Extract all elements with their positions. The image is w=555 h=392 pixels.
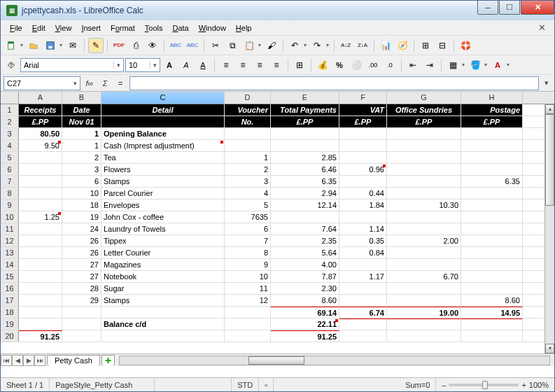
cell[interactable]: 7.64: [271, 223, 339, 234]
cell[interactable]: 28: [62, 283, 101, 294]
cell[interactable]: [339, 152, 387, 163]
cell[interactable]: [225, 318, 271, 330]
cell[interactable]: 2: [62, 152, 101, 163]
row-header[interactable]: 16: [1, 283, 19, 294]
doc-close-icon[interactable]: ✕: [534, 21, 550, 34]
dec-indent-icon[interactable]: ⇤: [405, 57, 421, 73]
format-paint-icon[interactable]: 🖌: [264, 38, 279, 53]
cell[interactable]: [271, 211, 339, 223]
chart-icon[interactable]: 📊: [378, 38, 393, 53]
cell[interactable]: Magazines: [101, 259, 225, 270]
cell[interactable]: Postage: [461, 104, 523, 115]
sort-desc-icon[interactable]: Z↓A: [355, 38, 370, 53]
cell[interactable]: [19, 176, 62, 187]
standard-fmt-icon[interactable]: ⚪: [349, 57, 364, 73]
menu-window[interactable]: Window: [194, 22, 231, 34]
data-sources-icon[interactable]: ⊟: [435, 38, 450, 53]
cell[interactable]: [339, 318, 387, 330]
status-pagestyle[interactable]: PageStyle_Petty Cash: [50, 378, 155, 391]
cell[interactable]: Notebook: [101, 271, 225, 282]
spreadsheet-grid[interactable]: A B C D E F G H 1ReceiptsDateDetailVouch…: [1, 92, 554, 377]
row-header[interactable]: 6: [1, 164, 19, 175]
row-header[interactable]: 14: [1, 259, 19, 270]
cell[interactable]: 26: [62, 247, 101, 258]
bgcolor-icon[interactable]: 🪣: [468, 57, 483, 73]
autospell-icon[interactable]: ABC: [185, 38, 200, 53]
cell[interactable]: 3: [225, 176, 271, 187]
function-wizard-icon[interactable]: f∞: [83, 79, 96, 88]
col-header-D[interactable]: D: [225, 92, 271, 104]
open-icon[interactable]: [26, 38, 41, 53]
cell[interactable]: Cash (Imprest adjustment): [101, 140, 225, 151]
cell[interactable]: 1: [225, 152, 271, 163]
redo-icon[interactable]: ↷: [309, 38, 325, 53]
cell[interactable]: [19, 247, 62, 258]
col-header-C[interactable]: C: [101, 92, 225, 104]
cell[interactable]: Tea: [101, 152, 225, 163]
sum-icon[interactable]: Σ: [99, 79, 111, 88]
cell[interactable]: Envelopes: [101, 200, 225, 211]
cell[interactable]: Flowers: [101, 164, 225, 175]
cell[interactable]: [387, 164, 461, 175]
cell[interactable]: 0.84: [339, 247, 387, 258]
cell[interactable]: 9.50: [19, 140, 62, 151]
menu-file[interactable]: File: [5, 22, 27, 34]
cell[interactable]: 2.00: [387, 235, 461, 246]
minimize-button[interactable]: ─: [477, 1, 498, 15]
cell[interactable]: [461, 200, 523, 211]
cell[interactable]: Nov 01: [62, 116, 101, 127]
row-header[interactable]: 11: [1, 223, 19, 234]
cell[interactable]: £.PP: [271, 116, 339, 127]
borders-icon[interactable]: ▦: [445, 57, 461, 73]
add-decimal-icon[interactable]: .00: [365, 57, 381, 73]
cell[interactable]: 1.25: [19, 211, 62, 223]
cell-reference-combo[interactable]: C27▾: [3, 76, 80, 90]
close-button[interactable]: ✕: [521, 1, 554, 15]
cell[interactable]: 1.17: [339, 271, 387, 282]
cell[interactable]: 6: [62, 176, 101, 187]
cell[interactable]: 22.11: [271, 318, 339, 330]
new-icon[interactable]: [3, 38, 19, 53]
cell[interactable]: 69.14: [271, 307, 339, 318]
cell[interactable]: [19, 307, 62, 318]
vertical-scrollbar[interactable]: ▴ ▾: [545, 104, 554, 354]
cell[interactable]: [225, 128, 271, 139]
col-header-F[interactable]: F: [339, 92, 387, 104]
paste-icon[interactable]: 📋: [241, 38, 257, 53]
align-right-icon[interactable]: ≡: [252, 57, 267, 73]
cell[interactable]: Detail: [101, 104, 225, 115]
row-header[interactable]: 2: [1, 116, 19, 127]
fontcolor-icon[interactable]: A: [490, 57, 505, 73]
cell[interactable]: 19.00: [387, 307, 461, 318]
percent-icon[interactable]: %: [332, 57, 347, 73]
cell[interactable]: 7.87: [271, 271, 339, 282]
cell[interactable]: [387, 259, 461, 270]
cell[interactable]: 27: [62, 259, 101, 270]
formula-input[interactable]: [129, 76, 539, 90]
add-sheet-icon[interactable]: ✚: [101, 355, 115, 366]
cell[interactable]: [225, 307, 271, 318]
undo-icon[interactable]: ↶: [287, 38, 302, 53]
cell[interactable]: 26: [62, 235, 101, 246]
cell[interactable]: 4.00: [271, 259, 339, 270]
formula-expand-icon[interactable]: ▾: [542, 78, 552, 88]
cell[interactable]: [225, 140, 271, 151]
cell[interactable]: 9: [225, 259, 271, 270]
col-header-A[interactable]: A: [19, 92, 62, 104]
cell[interactable]: [101, 116, 225, 127]
cell[interactable]: VAT: [339, 104, 387, 115]
cell[interactable]: [271, 140, 339, 151]
cell[interactable]: [19, 259, 62, 270]
row-header[interactable]: 19: [1, 318, 19, 330]
horizontal-scrollbar[interactable]: [119, 356, 550, 365]
equals-icon[interactable]: =: [114, 79, 127, 88]
row-header[interactable]: 10: [1, 211, 19, 223]
sort-asc-icon[interactable]: A↓Z: [338, 38, 353, 53]
cell[interactable]: [19, 223, 62, 234]
inc-indent-icon[interactable]: ⇥: [422, 57, 437, 73]
cell[interactable]: 2.35: [271, 235, 339, 246]
cell[interactable]: [461, 318, 523, 330]
cell[interactable]: 6.35: [271, 176, 339, 187]
align-justify-icon[interactable]: ≡: [269, 57, 284, 73]
cell[interactable]: 14.95: [461, 307, 523, 318]
